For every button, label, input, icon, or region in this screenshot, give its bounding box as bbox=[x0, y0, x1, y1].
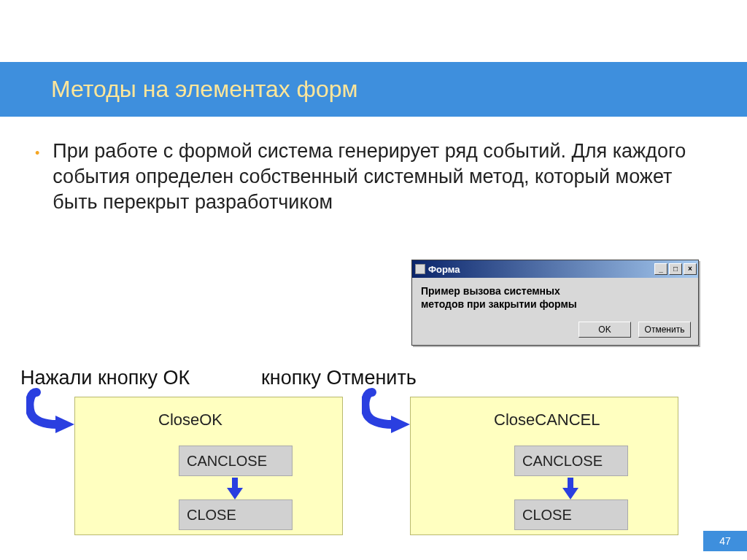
dialog-line2: методов при закрытии формы bbox=[421, 298, 689, 310]
curved-arrow-icon bbox=[362, 388, 413, 439]
svg-marker-1 bbox=[391, 416, 410, 433]
flow-cancel-first: CloseCANCEL bbox=[494, 411, 600, 429]
flow-ok-first: CloseOK bbox=[158, 411, 222, 429]
bullet-text: При работе с формой система генерирует р… bbox=[53, 139, 713, 215]
slide: Методы на элементах форм • При работе с … bbox=[0, 0, 747, 560]
maximize-icon[interactable]: □ bbox=[669, 263, 682, 275]
dialog-line1: Пример вызова системных bbox=[421, 285, 689, 297]
flow-label-ok: Нажали кнопку ОК bbox=[20, 367, 190, 389]
window-controls: _ □ × bbox=[654, 263, 698, 275]
flow-cancel-step1: CANCLOSE bbox=[514, 446, 628, 476]
slide-title: Методы на элементах форм bbox=[51, 76, 358, 103]
title-bar: Методы на элементах форм bbox=[0, 62, 747, 117]
flow-label-cancel: кнопку Отменить bbox=[261, 367, 417, 389]
dialog-title: Форма bbox=[428, 264, 460, 275]
dialog-window: Форма _ □ × Пример вызова системных мето… bbox=[411, 260, 699, 346]
close-icon[interactable]: × bbox=[684, 263, 697, 275]
flow-box-ok: CloseOK CANCLOSE CLOSE bbox=[74, 397, 343, 535]
flow-cancel-step2: CLOSE bbox=[514, 499, 628, 530]
dialog-buttons: OK Отменить bbox=[412, 317, 698, 345]
flow-ok-step1: CANCLOSE bbox=[179, 446, 293, 476]
dialog-body: Пример вызова системных методов при закр… bbox=[412, 278, 698, 317]
bullet-block: • При работе с формой система генерирует… bbox=[35, 139, 713, 215]
svg-marker-0 bbox=[55, 416, 74, 433]
ok-button[interactable]: OK bbox=[578, 322, 631, 338]
curved-arrow-icon bbox=[26, 388, 77, 439]
flow-ok-step2: CLOSE bbox=[179, 499, 293, 530]
cancel-button[interactable]: Отменить bbox=[638, 322, 691, 338]
minimize-icon[interactable]: _ bbox=[654, 263, 667, 275]
arrow-down-icon bbox=[564, 478, 577, 499]
flow-box-cancel: CloseCANCEL CANCLOSE CLOSE bbox=[410, 397, 678, 535]
page-number: 47 bbox=[703, 531, 747, 551]
window-icon bbox=[415, 264, 425, 274]
bullet-dot-icon: • bbox=[35, 139, 39, 161]
dialog-titlebar[interactable]: Форма _ □ × bbox=[412, 260, 698, 278]
arrow-down-icon bbox=[228, 478, 241, 499]
